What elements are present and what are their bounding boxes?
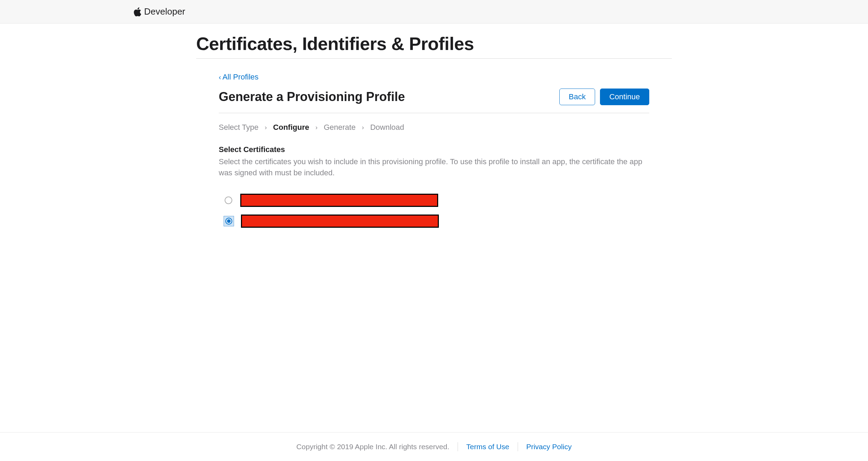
chevron-right-icon: › xyxy=(315,124,317,131)
wizard-step-configure: Configure xyxy=(273,123,309,132)
continue-button[interactable]: Continue xyxy=(600,89,649,105)
wizard-step-generate: Generate xyxy=(324,123,356,132)
title-divider xyxy=(196,58,672,59)
global-header: Developer xyxy=(0,0,868,24)
chevron-right-icon: › xyxy=(265,124,267,131)
terms-of-use-link[interactable]: Terms of Use xyxy=(466,443,509,451)
page-title: Certificates, Identifiers & Profiles xyxy=(196,33,672,54)
wizard-step-select-type: Select Type xyxy=(219,123,259,132)
wizard-step-download: Download xyxy=(370,123,404,132)
brand-text[interactable]: Developer xyxy=(144,6,185,17)
certificate-list xyxy=(219,194,649,228)
chevron-right-icon: › xyxy=(362,124,364,131)
footer-copyright: Copyright © 2019 Apple Inc. All rights r… xyxy=(297,443,449,451)
section-heading: Select Certificates xyxy=(219,145,649,154)
certificate-row[interactable] xyxy=(224,194,649,207)
footer: Copyright © 2019 Apple Inc. All rights r… xyxy=(0,432,868,461)
wizard-steps: Select Type › Configure › Generate › Dow… xyxy=(219,123,649,132)
certificate-label-redacted xyxy=(241,215,439,228)
footer-divider xyxy=(518,442,518,451)
breadcrumb-back-label: All Profiles xyxy=(223,73,259,82)
chevron-left-icon: ‹ xyxy=(219,73,221,81)
certificate-row[interactable] xyxy=(224,215,649,228)
section-description: Select the certificates you wish to incl… xyxy=(219,156,649,178)
back-button[interactable]: Back xyxy=(559,89,595,105)
footer-divider xyxy=(458,442,458,451)
certificate-label-redacted xyxy=(240,194,438,207)
sub-title: Generate a Provisioning Profile xyxy=(219,90,405,104)
apple-logo-icon xyxy=(134,7,141,16)
privacy-policy-link[interactable]: Privacy Policy xyxy=(526,443,572,451)
breadcrumb-back-link[interactable]: ‹ All Profiles xyxy=(219,73,259,82)
radio-selected[interactable] xyxy=(224,216,234,226)
radio-unselected[interactable] xyxy=(224,195,233,205)
